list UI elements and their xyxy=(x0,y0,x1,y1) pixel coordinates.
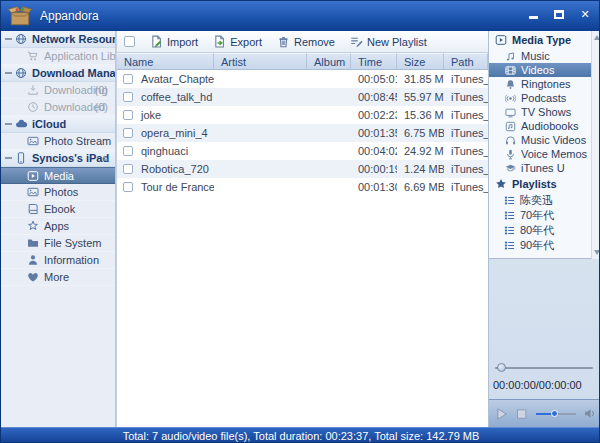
export-button[interactable]: Export xyxy=(213,35,262,48)
playlist-item[interactable]: 80年代 xyxy=(489,223,600,238)
media-type-voice-memos[interactable]: Voice Memos xyxy=(489,147,600,161)
collapse-toggle[interactable] xyxy=(1,38,15,40)
column-header-album[interactable]: Album xyxy=(307,53,351,69)
play-button[interactable] xyxy=(495,407,508,421)
progress-thumb[interactable] xyxy=(497,363,506,372)
collapse-toggle[interactable] xyxy=(1,72,15,74)
new-playlist-button[interactable]: New Playlist xyxy=(350,35,427,48)
sidebar-item-label: Media xyxy=(44,170,74,182)
clock-icon xyxy=(27,101,39,113)
sidebar-group-network-resources[interactable]: Network Resources xyxy=(1,31,115,48)
file-size: 55.97 MB xyxy=(397,91,444,103)
column-header-artist[interactable]: Artist xyxy=(214,53,307,69)
list-item-label: Playlists xyxy=(512,178,557,190)
sidebar-item-information[interactable]: Information xyxy=(1,252,115,269)
column-header-time[interactable]: Time xyxy=(351,53,397,69)
playlist-item[interactable]: 70年代 xyxy=(489,208,600,223)
bell-icon xyxy=(505,79,516,90)
sidebar-item-downloaded[interactable]: Downloaded(0) xyxy=(1,99,115,116)
maximize-button[interactable] xyxy=(551,7,567,21)
sidebar-item-photo-stream[interactable]: Photo Stream xyxy=(1,133,115,150)
left-sidebar: Network ResourcesApplication LibraryDown… xyxy=(1,31,116,427)
media-type-header[interactable]: Media Type xyxy=(489,31,600,49)
table-row[interactable]: Tour de France 2...00:01:306.69 MBiTunes… xyxy=(117,178,488,196)
playback-progress-slider[interactable] xyxy=(495,363,593,373)
row-checkbox[interactable] xyxy=(123,128,133,138)
media-type-itunes-u[interactable]: iTunes U xyxy=(489,161,600,175)
media-type-audiobooks[interactable]: Audiobooks xyxy=(489,119,600,133)
minimize-button[interactable] xyxy=(525,7,541,21)
file-size: 6.75 MB xyxy=(397,127,444,139)
sidebar-group-download-manager[interactable]: Download Manager xyxy=(1,65,115,82)
eject-icon xyxy=(100,153,110,163)
table-row[interactable]: Avatar_Chapter_1500:05:0131.85 MBiTunes_… xyxy=(117,70,488,88)
volume-thumb[interactable] xyxy=(551,410,558,417)
row-checkbox[interactable] xyxy=(123,164,133,174)
media-type-ringtones[interactable]: Ringtones xyxy=(489,77,600,91)
select-all-checkbox[interactable] xyxy=(124,36,135,47)
list-item-label: Podcasts xyxy=(521,92,566,104)
folder-icon xyxy=(27,237,39,249)
media-file-table: Avatar_Chapter_1500:05:0131.85 MBiTunes_… xyxy=(117,70,488,196)
sidebar-item-photos[interactable]: Photos xyxy=(1,184,115,201)
import-button[interactable]: Import xyxy=(150,35,198,48)
table-row[interactable]: joke00:02:2315.36 MBiTunes_Co... xyxy=(117,106,488,124)
row-checkbox[interactable] xyxy=(123,92,133,102)
sidebar-item-apps[interactable]: Apps xyxy=(1,218,115,235)
table-row[interactable]: qinghuaci00:04:0224.92 MBiTunes_Co... xyxy=(117,142,488,160)
sidebar-item-downloading[interactable]: Downloading(0) xyxy=(1,82,115,99)
app-title: Appandora xyxy=(40,9,99,23)
file-time: 00:01:35 xyxy=(351,127,397,139)
playlists-header[interactable]: Playlists xyxy=(489,175,600,193)
column-header-size[interactable]: Size xyxy=(397,53,444,69)
sidebar-group-icloud[interactable]: iCloud xyxy=(1,116,115,133)
media-type-tv-shows[interactable]: TV Shows xyxy=(489,105,600,119)
sidebar-group-label: iCloud xyxy=(32,118,66,130)
row-checkbox[interactable] xyxy=(123,182,133,192)
table-row[interactable]: opera_mini_400:01:356.75 MBiTunes_Co... xyxy=(117,124,488,142)
file-name: Robotica_720 xyxy=(141,163,209,175)
scroll-down-icon[interactable] xyxy=(594,250,600,255)
playlist-item[interactable]: 90年代 xyxy=(489,238,600,253)
column-header-name[interactable]: Name xyxy=(117,53,214,69)
sidebar-item-application-library[interactable]: Application Library xyxy=(1,48,115,65)
list-item-label: 90年代 xyxy=(520,238,554,253)
graduation-cap-icon xyxy=(505,163,516,174)
scrollbar[interactable] xyxy=(591,31,600,259)
row-checkbox[interactable] xyxy=(123,110,133,120)
collapse-toggle[interactable] xyxy=(1,123,15,125)
collapse-toggle[interactable] xyxy=(1,157,15,159)
book-icon xyxy=(27,203,39,215)
row-checkbox[interactable] xyxy=(123,146,133,156)
remove-button[interactable]: Remove xyxy=(277,35,335,48)
volume-slider[interactable] xyxy=(536,410,576,418)
headphones-icon xyxy=(505,135,516,146)
export-icon xyxy=(213,35,226,48)
media-type-music[interactable]: Music xyxy=(489,49,600,63)
sidebar-item-file-system[interactable]: File System xyxy=(1,235,115,252)
list-item-label: Media Type xyxy=(512,34,571,46)
file-size: 6.69 MB xyxy=(397,181,444,193)
column-header-path[interactable]: Path xyxy=(444,53,488,69)
media-type-music-videos[interactable]: Music Videos xyxy=(489,133,600,147)
scroll-up-icon[interactable] xyxy=(594,35,600,40)
table-row[interactable]: Robotica_72000:00:191.24 MBiTunes_Co... xyxy=(117,160,488,178)
sidebar-item-ebook[interactable]: Ebook xyxy=(1,201,115,218)
sidebar-item-label: Apps xyxy=(44,220,69,232)
sidebar-item-more[interactable]: More xyxy=(1,269,115,286)
speaker-icon[interactable] xyxy=(584,407,596,420)
close-button[interactable]: ✕ xyxy=(577,7,593,21)
row-checkbox[interactable] xyxy=(123,74,133,84)
stop-button[interactable] xyxy=(516,408,527,420)
media-type-podcasts[interactable]: Podcasts xyxy=(489,91,600,105)
table-row[interactable]: coffee_talk_hd00:08:4555.97 MBiTunes_Co.… xyxy=(117,88,488,106)
tv-icon xyxy=(505,107,516,118)
sidebar-item-label: File System xyxy=(44,237,101,249)
new-playlist-icon xyxy=(350,35,363,48)
sidebar-item-media[interactable]: Media xyxy=(1,167,115,184)
media-type-videos[interactable]: Videos xyxy=(489,63,600,77)
list-item-label: Ringtones xyxy=(521,78,571,90)
sidebar-group-syncios-s-ipad[interactable]: Syncios's iPad xyxy=(1,150,115,167)
sidebar-group-label: Download Manager xyxy=(32,67,116,79)
playlist-item[interactable]: 陈奕迅 xyxy=(489,193,600,208)
